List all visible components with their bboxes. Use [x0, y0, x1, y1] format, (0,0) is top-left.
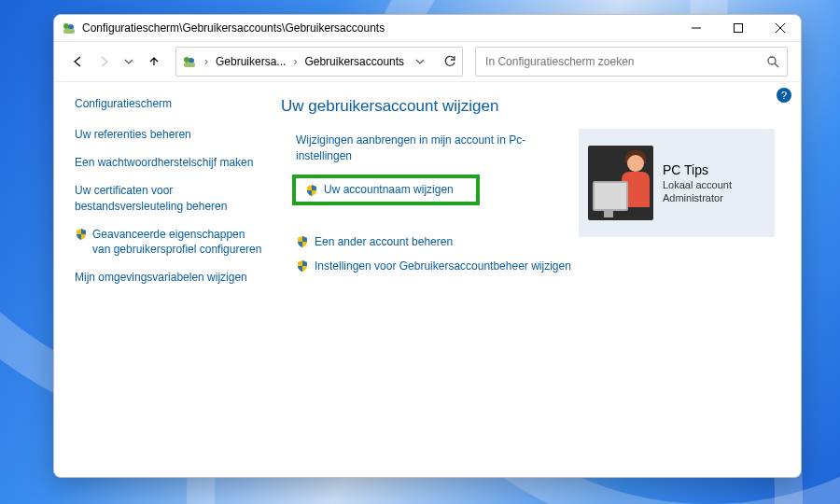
highlighted-change-name: Uw accountnaam wijzigen [292, 175, 480, 205]
control-panel-home-link[interactable]: Configuratiescherm [75, 97, 266, 110]
maximize-button[interactable] [717, 15, 759, 41]
close-button[interactable] [759, 15, 801, 41]
shield-icon [296, 259, 309, 273]
titlebar[interactable]: Configuratiescherm\Gebruikersaccounts\Ge… [54, 15, 801, 42]
help-icon[interactable]: ? [777, 88, 791, 103]
link-uac-settings[interactable]: Instellingen voor Gebruikersaccountbehee… [296, 259, 801, 274]
refresh-button[interactable] [443, 55, 456, 68]
content-area: ? Configuratiescherm Uw referenties behe… [54, 82, 801, 477]
breadcrumb-segment[interactable]: Gebruikersa... [216, 55, 286, 68]
window-title: Configuratiescherm\Gebruikersaccounts\Ge… [82, 21, 385, 35]
shield-icon [296, 235, 309, 248]
svg-line-11 [775, 63, 778, 67]
breadcrumb-segment[interactable]: Gebruikersaccounts [304, 55, 404, 68]
sidebar-item-reset-disk[interactable]: Een wachtwoordherstelschijf maken [75, 155, 266, 170]
link-pc-settings[interactable]: Wijzigingen aanbrengen in mijn account i… [296, 133, 539, 164]
svg-rect-9 [184, 63, 195, 67]
user-name: PC Tips [663, 162, 732, 177]
search-input[interactable] [483, 47, 766, 77]
svg-rect-4 [734, 24, 742, 33]
link-change-account-name[interactable]: Uw accountnaam wijzigen [324, 183, 454, 196]
sidebar-item-env-vars[interactable]: Mijn omgevingsvariabelen wijzigen [75, 270, 266, 285]
chevron-right-icon[interactable]: › [204, 55, 208, 68]
page-heading: Uw gebruikersaccount wijzigen [281, 97, 801, 116]
avatar [588, 146, 653, 220]
user-accounts-icon [62, 21, 77, 35]
minimize-button[interactable] [675, 15, 717, 41]
svg-point-10 [768, 57, 776, 64]
svg-rect-2 [63, 29, 75, 34]
up-button[interactable] [143, 50, 165, 73]
current-user-card: PC Tips Lokaal account Administrator [579, 129, 775, 237]
user-account-type: Lokaal account [663, 179, 732, 190]
search-icon[interactable] [766, 55, 779, 68]
navigation-bar: › Gebruikersa... › Gebruikersaccounts [54, 42, 801, 82]
user-role: Administrator [663, 192, 732, 203]
svg-point-0 [63, 23, 69, 29]
back-button[interactable] [67, 50, 90, 73]
shield-icon [305, 184, 318, 197]
forward-button[interactable] [92, 50, 115, 73]
sidebar-item-certs[interactable]: Uw certificaten voor bestandsversleuteli… [75, 183, 266, 213]
sidebar-item-advanced-profile[interactable]: Geavanceerde eigenschappen van gebruiker… [75, 227, 266, 257]
sidebar-item-credentials[interactable]: Uw referenties beheren [75, 127, 266, 142]
sidebar: Configuratiescherm Uw referenties behere… [54, 82, 275, 477]
chevron-right-icon[interactable]: › [293, 55, 297, 68]
control-panel-window: Configuratiescherm\Gebruikersaccounts\Ge… [53, 14, 802, 478]
recent-dropdown[interactable] [118, 50, 140, 73]
search-box[interactable] [475, 47, 788, 77]
user-accounts-icon [182, 54, 197, 69]
chevron-down-icon[interactable] [415, 57, 425, 66]
svg-point-7 [184, 57, 189, 63]
shield-icon [75, 228, 88, 241]
address-bar[interactable]: › Gebruikersa... › Gebruikersaccounts [175, 47, 463, 77]
